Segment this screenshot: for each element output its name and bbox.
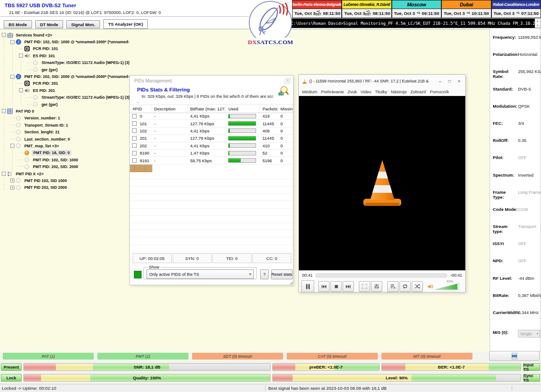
tab-dt-mode[interactable]: DT Mode — [35, 20, 63, 28]
tree-item[interactable]: ger (ger) — [2, 101, 129, 108]
scroll-down-icon[interactable]: ▾ — [537, 24, 538, 27]
column-header-description[interactable]: Description — [151, 105, 188, 113]
tree-item[interactable]: -ES PID: 101 — [2, 52, 129, 59]
show-filter-select[interactable]: Only active PIDS of the TS▾ — [147, 269, 254, 279]
menu-m-dium[interactable]: Médium — [302, 89, 317, 94]
mis-select[interactable]: Single▾ — [518, 330, 540, 337]
speaker-icon[interactable] — [427, 284, 434, 289]
menu-titulky[interactable]: Titulky — [375, 89, 387, 94]
tree-item[interactable]: -Services found <2> — [2, 32, 129, 38]
column-header-pid[interactable]: #PID — [130, 105, 151, 113]
tree-expander-icon[interactable]: - — [19, 54, 23, 58]
pid-row[interactable]: 102-4,41 Kbps4090 — [130, 128, 293, 135]
resize-grip[interactable]: ◢ — [289, 280, 293, 285]
param-value: Long Frame — [518, 190, 541, 195]
checkbox[interactable] — [132, 136, 137, 141]
tree-item[interactable]: +PMT PID 102, SID 1000 — [2, 177, 129, 184]
pid-row[interactable]: 0-4,41 Kbps4190 — [130, 113, 293, 120]
tree-item[interactable]: PMT PID: 16, SID: 0 — [2, 150, 129, 156]
pid-row[interactable]: ✓8192FullTS329 Kbps00 — [130, 164, 152, 172]
tree-item[interactable]: StreamType: ISO/IEC 11172 Audio (MPEG-1)… — [2, 59, 129, 66]
close-icon[interactable]: × — [458, 79, 460, 84]
fullscreen-button[interactable] — [359, 281, 370, 292]
column-header-packets[interactable]: Packets — [260, 105, 278, 113]
checkbox[interactable] — [132, 121, 137, 126]
tree-item[interactable]: -PMT_map_list <3> — [2, 142, 129, 149]
tree-item[interactable]: PMT PID: 202, SID: 2000 — [2, 163, 129, 170]
tree-expander-icon[interactable]: - — [10, 75, 14, 79]
tree-expander-icon[interactable]: - — [2, 172, 6, 176]
checkbox[interactable] — [132, 114, 137, 119]
column-header-used[interactable]: Used — [225, 105, 260, 113]
ts-info-button[interactable] — [489, 351, 540, 361]
tree-item[interactable]: ger (ger) — [2, 66, 129, 73]
tree-expander-icon[interactable]: - — [2, 33, 6, 37]
scroll-up-icon[interactable]: ▴ — [537, 20, 538, 22]
pause-button[interactable] — [301, 280, 314, 292]
tree-item[interactable]: Last_section_number: 0 — [2, 136, 129, 142]
stream-stats-row: UP: 00:02:05SYN: 0TEI: 0CC: 0 — [133, 253, 291, 263]
tree-expander-icon[interactable]: + — [10, 186, 14, 190]
previous-button[interactable] — [318, 281, 330, 292]
stop-button[interactable] — [330, 281, 342, 292]
checkbox[interactable] — [132, 128, 137, 133]
maximize-icon[interactable]: □ — [448, 79, 451, 84]
command-line[interactable]: C:\Users\Roman Dávid>Signal Monitoring_P… — [289, 18, 535, 28]
column-header-missing[interactable]: Missing — [278, 105, 293, 113]
tree-item[interactable]: Section_lenght: 21 — [2, 128, 129, 135]
tree-item[interactable]: PCR PID: 101 — [2, 46, 129, 52]
tab-ts-analyzer-ok[interactable]: TS Analyzer (OK) — [103, 19, 148, 29]
menu-zobrazi[interactable]: Zobraziť — [410, 89, 426, 94]
tree-expander-icon[interactable]: + — [10, 178, 14, 182]
seek-slider[interactable] — [316, 273, 447, 278]
tree-item[interactable]: -PAT PID 0 — [2, 108, 129, 114]
tree-item[interactable]: -PMT PID X <2> — [2, 170, 129, 177]
column-header-bitrate-max-127-78-kb[interactable]: BitRate (max: 127,78 Kb... — [188, 105, 226, 113]
tree-item[interactable]: PCR PID: 201 — [2, 80, 129, 87]
command-scrollbar[interactable]: ▴▾ — [535, 18, 541, 28]
tree-expander-icon[interactable]: - — [2, 109, 6, 113]
tree-item[interactable]: PMT PID: 102, SID: 1000 — [2, 156, 129, 163]
tree-item[interactable]: StreamType: ISO/IEC 11172 Audio (MPEG-1)… — [2, 94, 129, 101]
pid-row[interactable]: 8191-58,75 Kbps51960 — [130, 157, 293, 164]
tree-expander-icon[interactable]: - — [10, 144, 14, 148]
tab-bs-mode[interactable]: BS Mode — [4, 20, 32, 28]
lock-uptime-status: Locked -> Uptime: 00:02:10 — [2, 386, 265, 391]
next-button[interactable] — [343, 281, 354, 292]
pid-row[interactable]: 101-127,78 Kbps114450 — [130, 120, 293, 127]
vlc-titlebar[interactable]: () - 11599 Horizontal 255,993 / RF: -44 … — [299, 75, 465, 87]
tree-item[interactable]: Transport_Stream ID: 1 — [2, 122, 129, 128]
menu-prehr-vanie[interactable]: Prehrávanie — [321, 89, 344, 94]
checkbox[interactable] — [132, 143, 137, 148]
pid-row[interactable]: 202-4,41 Kbps4100 — [130, 142, 293, 150]
volume-slider[interactable] — [435, 283, 459, 290]
tree-expander-icon[interactable]: - — [10, 40, 14, 44]
checkbox[interactable] — [132, 151, 137, 155]
tree-item[interactable]: +PMT PID 202, SID 2000 — [2, 184, 129, 191]
menu-n-stroje[interactable]: Nástroje — [391, 89, 407, 94]
tree-expander-icon[interactable]: - — [19, 88, 23, 92]
playlist-button[interactable] — [387, 281, 399, 292]
reset-stats-button[interactable]: Reset stats — [271, 269, 293, 279]
tree-item-label: StreamType: ISO/IEC 11172 Audio (MPEG-1)… — [41, 95, 129, 100]
shuffle-button[interactable] — [412, 281, 423, 292]
param-label: Symbol Rate: — [493, 69, 518, 79]
menu-video[interactable]: Video — [361, 89, 371, 94]
help-button[interactable]: ? — [260, 269, 269, 279]
tree-item[interactable]: Version_number: 1 — [2, 115, 129, 122]
tab-signal-mon[interactable]: Signal Mon. — [66, 20, 100, 28]
tree-item[interactable]: -♪PMT PID: 202, SID: 2000 @ *unnamed-200… — [2, 73, 129, 80]
volume-control[interactable]: 92% — [427, 283, 463, 290]
pid-row[interactable]: 8190-1,47 Kbps520 — [130, 150, 293, 157]
tree-item[interactable]: -ES PID: 201 — [2, 87, 129, 94]
tree-item[interactable]: -♪PMT PID: 102, SID: 1000 @ *unnamed-100… — [2, 38, 129, 45]
checkbox[interactable] — [132, 158, 137, 163]
close-icon[interactable]: × — [284, 77, 291, 84]
loop-button[interactable] — [399, 281, 411, 292]
pid-row[interactable]: 201-127,78 Kbps114450 — [130, 135, 293, 142]
menu-zvuk[interactable]: Zvuk — [348, 89, 357, 94]
video-area[interactable] — [299, 96, 465, 270]
menu-pomocn-k[interactable]: Pomocník — [430, 89, 449, 94]
minimize-icon[interactable]: – — [439, 79, 442, 84]
equalizer-button[interactable] — [371, 281, 382, 292]
